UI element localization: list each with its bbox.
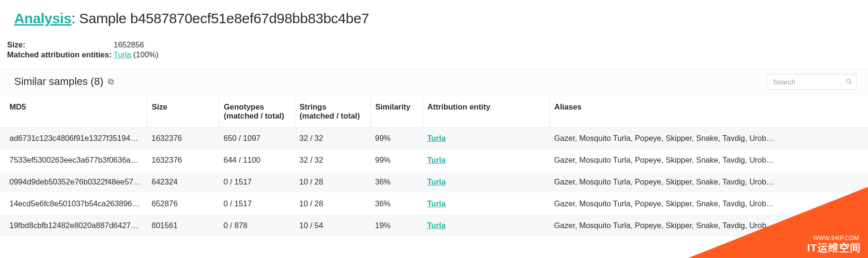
metadata-block: Size: 1652856 Matched attribution entiti…	[0, 27, 868, 60]
cell-similarity: 99%	[370, 149, 422, 171]
cell-genotypes: 644 / 1100	[219, 149, 295, 171]
attribution-entity-link[interactable]: Turla	[427, 221, 446, 230]
page-title: Analysis: Sample b4587870ecf51e8ef67d98b…	[0, 0, 868, 27]
cell-similarity: 99%	[370, 127, 422, 149]
table-row[interactable]: 7533ef5300263eec3a677b3f0636ae7316323766…	[0, 149, 868, 171]
cell-attribution: Turla	[422, 214, 549, 236]
cell-attribution: Turla	[422, 193, 549, 214]
search-input[interactable]	[767, 74, 857, 90]
cell-aliases: Gazer, Mosquito Turla, Popeye, Skipper, …	[549, 127, 868, 149]
cell-size: 1632376	[147, 149, 219, 171]
cell-size: 801561	[147, 214, 219, 236]
col-aliases[interactable]: Aliases	[549, 96, 868, 128]
cell-strings: 10 / 28	[295, 193, 370, 214]
cell-similarity: 36%	[370, 171, 422, 193]
meta-label-attribution: Matched attribution entities:	[7, 50, 114, 60]
meta-value-size: 1652856	[114, 40, 144, 50]
cell-md5: 19fbd8cbfb12482e8020a887d6427315	[0, 214, 147, 236]
watermark-text: IT运维空间	[807, 241, 861, 255]
cell-strings: 10 / 28	[295, 171, 370, 193]
sample-hash: b4587870ecf51e8ef67d98bb83bc4be7	[130, 10, 369, 26]
col-genotypes[interactable]: Genotypes(matched / total)	[219, 96, 295, 128]
attribution-entity-link[interactable]: Turla	[427, 177, 446, 186]
copy-icon[interactable]	[107, 78, 115, 85]
table-row[interactable]: ad6731c123c4806f91e1327f3519472216323766…	[0, 127, 868, 149]
cell-genotypes: 0 / 878	[219, 214, 295, 236]
cell-attribution: Turla	[422, 171, 549, 193]
attribution-entity-link[interactable]: Turla	[114, 50, 131, 59]
attribution-entity-link[interactable]: Turla	[427, 199, 446, 208]
cell-aliases: Gazer, Mosquito Turla, Popeye, Skipper, …	[549, 149, 868, 171]
cell-attribution: Turla	[422, 149, 549, 171]
cell-md5: 7533ef5300263eec3a677b3f0636ae73	[0, 149, 147, 171]
svg-rect-1	[108, 79, 112, 83]
meta-label-size: Size:	[7, 40, 114, 50]
search-field[interactable]	[767, 74, 857, 90]
meta-row-attribution: Matched attribution entities: Turla (100…	[7, 50, 868, 60]
cell-strings: 32 / 32	[295, 127, 370, 149]
cell-md5: 14ecd5e6fc8e501037b54ca263896a11	[0, 193, 147, 214]
cell-attribution: Turla	[422, 127, 549, 149]
cell-similarity: 36%	[370, 193, 422, 214]
cell-genotypes: 650 / 1097	[219, 127, 295, 149]
col-md5[interactable]: MD5	[0, 96, 147, 128]
col-size[interactable]: Size	[147, 96, 219, 128]
svg-point-2	[847, 79, 850, 83]
col-similarity[interactable]: Similarity	[370, 96, 422, 128]
cell-size: 1632376	[147, 127, 219, 149]
svg-line-3	[850, 83, 851, 84]
cell-md5: ad6731c123c4806f91e1327f35194722	[0, 127, 147, 149]
table-header-row: MD5 Size Genotypes(matched / total) Stri…	[0, 96, 868, 128]
cell-genotypes: 0 / 1517	[219, 171, 295, 193]
watermark-url: WWW.94IP.COM	[813, 235, 859, 241]
cell-md5: 0994d9deb50352e76b0322f48ee576c6	[0, 171, 147, 193]
attribution-entity-pct: (100%)	[131, 50, 159, 59]
cell-genotypes: 0 / 1517	[219, 193, 295, 214]
title-colon: : Sample	[72, 10, 130, 26]
cell-strings: 32 / 32	[295, 149, 370, 171]
search-icon	[845, 78, 853, 85]
section-title: Similar samples (8)	[14, 75, 103, 88]
analysis-link[interactable]: Analysis	[14, 10, 72, 26]
attribution-entity-link[interactable]: Turla	[427, 156, 446, 164]
section-header: Similar samples (8)	[0, 69, 868, 96]
cell-size: 642324	[147, 171, 219, 193]
cell-size: 652876	[147, 193, 219, 214]
cell-similarity: 19%	[370, 214, 422, 236]
cell-strings: 10 / 54	[295, 214, 370, 236]
col-attribution[interactable]: Attribution entity	[422, 96, 549, 128]
attribution-entity-link[interactable]: Turla	[427, 134, 446, 142]
meta-row-size: Size: 1652856	[7, 40, 868, 50]
col-strings[interactable]: Strings(matched / total)	[295, 96, 370, 128]
svg-rect-0	[110, 81, 114, 84]
